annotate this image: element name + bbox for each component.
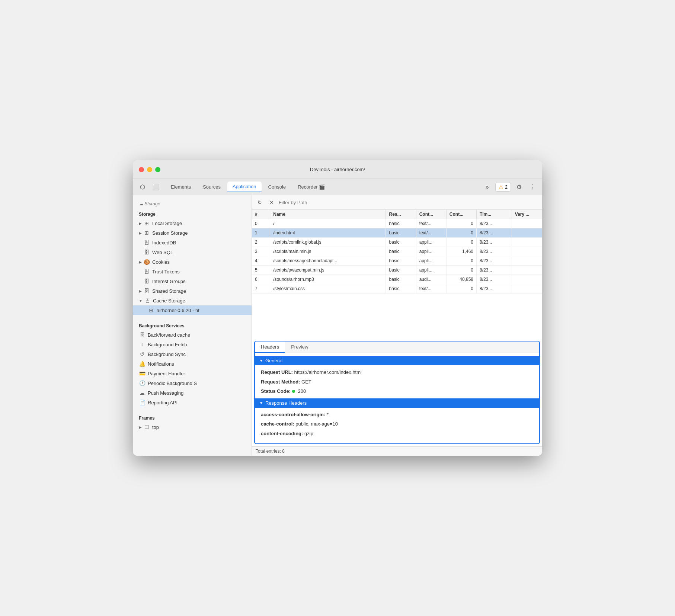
back-forward-icon: 🗄 xyxy=(139,332,145,338)
cell-cont2: 0 xyxy=(446,284,476,293)
cursor-icon[interactable]: ⬡ xyxy=(137,182,148,192)
table-row[interactable]: 0 / basic text/... 0 8/23... xyxy=(252,219,542,228)
sidebar-item-cookies[interactable]: ▶ 🍪 Cookies xyxy=(133,257,252,267)
storage-section-header: Storage xyxy=(133,208,252,218)
minimize-button[interactable] xyxy=(147,167,152,172)
filter-input[interactable] xyxy=(279,200,539,205)
more-tabs-icon[interactable]: » xyxy=(482,182,492,192)
sidebar-item-push-messaging[interactable]: ☁ Push Messaging xyxy=(133,388,252,398)
expand-arrow-shared: ▶ xyxy=(139,289,142,293)
cell-time: 8/23... xyxy=(477,219,512,228)
request-method-entry: Request Method: GET xyxy=(261,377,533,387)
back-forward-label: Back/forward cache xyxy=(148,332,190,338)
tab-elements[interactable]: Elements xyxy=(166,182,196,192)
table-row[interactable]: 4 /scripts/messagechanneladapt... basic … xyxy=(252,256,542,266)
inspect-icon[interactable]: ⬜ xyxy=(151,182,161,192)
sidebar-item-cache-storage[interactable]: ▼ 🗄 Cache Storage xyxy=(133,296,252,305)
websql-icon: 🗄 xyxy=(143,249,150,255)
cell-num: 5 xyxy=(252,266,270,275)
cell-time: 8/23... xyxy=(477,247,512,256)
general-arrow-icon: ▼ xyxy=(259,359,263,363)
col-header-name[interactable]: Name xyxy=(270,210,386,219)
sidebar-item-periodic-bg[interactable]: 🕐 Periodic Background S xyxy=(133,378,252,388)
request-url-value: https://airhorner.com/index.html xyxy=(294,369,362,375)
title-bar: DevTools - airhorner.com/ xyxy=(133,160,542,179)
col-header-res[interactable]: Res... xyxy=(386,210,416,219)
sidebar-item-back-forward[interactable]: 🗄 Back/forward cache xyxy=(133,330,252,340)
warning-badge[interactable]: ⚠ 2 xyxy=(495,183,511,192)
sidebar-item-interest-groups[interactable]: ▶ 🗄 Interest Groups xyxy=(133,276,252,286)
cell-cont2: 40,858 xyxy=(446,275,476,284)
col-header-num[interactable]: # xyxy=(252,210,270,219)
interest-groups-icon: 🗄 xyxy=(143,278,150,284)
sidebar-item-notifications[interactable]: 🔔 Notifications xyxy=(133,359,252,369)
cell-name: /styles/main.css xyxy=(270,284,386,293)
periodic-bg-label: Periodic Background S xyxy=(148,381,197,386)
col-header-cont2[interactable]: Cont... xyxy=(446,210,476,219)
cell-cont2: 0 xyxy=(446,219,476,228)
main-panel: ↻ ✕ # Name Res... Cont... Cont... Tim... xyxy=(252,195,542,456)
headers-content: ▼ General Request URL: https://airhorner… xyxy=(255,353,539,443)
settings-button[interactable]: ⚙ xyxy=(514,182,524,192)
cell-res: basic xyxy=(386,256,416,266)
request-url-entry: Request URL: https://airhorner.com/index… xyxy=(261,368,533,377)
cell-res: basic xyxy=(386,247,416,256)
sidebar-item-local-storage[interactable]: ▶ ⊞ Local Storage xyxy=(133,218,252,228)
cell-res: basic xyxy=(386,284,416,293)
sidebar-item-shared-storage[interactable]: ▶ 🗄 Shared Storage xyxy=(133,286,252,296)
more-options-button[interactable]: ⋮ xyxy=(527,182,538,192)
tab-recorder[interactable]: Recorder 🎬 xyxy=(292,182,330,192)
sidebar-item-indexeddb[interactable]: ▶ 🗄 IndexedDB xyxy=(133,238,252,247)
response-headers-section[interactable]: ▼ Response Headers xyxy=(255,398,539,408)
storage-truncated: ☁ Storage xyxy=(133,198,252,208)
filter-bar: ↻ ✕ xyxy=(252,195,542,210)
sidebar-item-payment-handler[interactable]: 💳 Payment Handler xyxy=(133,369,252,378)
push-messaging-icon: ☁ xyxy=(139,390,145,396)
cookies-label: Cookies xyxy=(152,259,170,265)
sidebar-item-bg-sync[interactable]: ↺ Background Sync xyxy=(133,349,252,359)
reporting-api-icon: 📄 xyxy=(139,400,145,405)
cell-vary xyxy=(512,219,542,228)
bg-fetch-label: Background Fetch xyxy=(148,342,187,347)
sidebar-item-websql[interactable]: ▶ 🗄 Web SQL xyxy=(133,247,252,257)
table-row[interactable]: 5 /scripts/pwacompat.min.js basic appli.… xyxy=(252,266,542,275)
cache-entry-icon: ⊞ xyxy=(148,307,154,313)
tab-application[interactable]: Application xyxy=(227,182,262,192)
table-row[interactable]: 3 /scripts/main.min.js basic appli... 1,… xyxy=(252,247,542,256)
cell-name: /sounds/airhorn.mp3 xyxy=(270,275,386,284)
tab-sources[interactable]: Sources xyxy=(198,182,226,192)
general-section-header[interactable]: ▼ General xyxy=(255,356,539,365)
col-header-vary[interactable]: Vary ... xyxy=(512,210,542,219)
expand-arrow-cookies: ▶ xyxy=(139,260,142,264)
tab-console[interactable]: Console xyxy=(263,182,291,192)
tab-preview[interactable]: Preview xyxy=(285,341,314,353)
sidebar-item-trust-tokens[interactable]: ▶ 🗄 Trust Tokens xyxy=(133,267,252,276)
bg-sync-label: Background Sync xyxy=(148,352,186,357)
refresh-button[interactable]: ↻ xyxy=(255,198,265,207)
sidebar-item-reporting-api[interactable]: 📄 Reporting API xyxy=(133,398,252,407)
header-acao-value: * xyxy=(327,412,329,417)
cell-name: /scripts/messagechanneladapt... xyxy=(270,256,386,266)
table-row[interactable]: 1 /index.html basic text/... 0 8/23... xyxy=(252,228,542,238)
sidebar-item-cache-entry[interactable]: ⊞ airhorner-0.6.20 - ht xyxy=(133,305,252,315)
header-cache-control-key: cache-control: xyxy=(261,421,294,427)
close-button[interactable] xyxy=(139,167,144,172)
sidebar-item-top-frame[interactable]: ▶ ☐ top xyxy=(133,422,252,432)
clear-button[interactable]: ✕ xyxy=(267,198,276,207)
cell-vary xyxy=(512,238,542,247)
local-storage-label: Local Storage xyxy=(152,221,182,226)
maximize-button[interactable] xyxy=(155,167,160,172)
response-headers-label: Response Headers xyxy=(265,400,307,406)
table-row[interactable]: 7 /styles/main.css basic text/... 0 8/23… xyxy=(252,284,542,293)
col-header-time[interactable]: Tim... xyxy=(477,210,512,219)
local-storage-icon: ⊞ xyxy=(143,220,150,226)
table-row[interactable]: 2 /scripts/comlink.global.js basic appli… xyxy=(252,238,542,247)
sidebar-item-bg-fetch[interactable]: ↕ Background Fetch xyxy=(133,340,252,349)
sidebar-item-session-storage[interactable]: ▶ ⊞ Session Storage xyxy=(133,228,252,238)
tab-headers[interactable]: Headers xyxy=(255,341,285,353)
table-row[interactable]: 6 /sounds/airhorn.mp3 basic audi... 40,8… xyxy=(252,275,542,284)
col-header-cont1[interactable]: Cont... xyxy=(416,210,446,219)
bg-sync-icon: ↺ xyxy=(139,351,145,357)
session-storage-label: Session Storage xyxy=(152,230,188,236)
cell-cont1: appli... xyxy=(416,238,446,247)
